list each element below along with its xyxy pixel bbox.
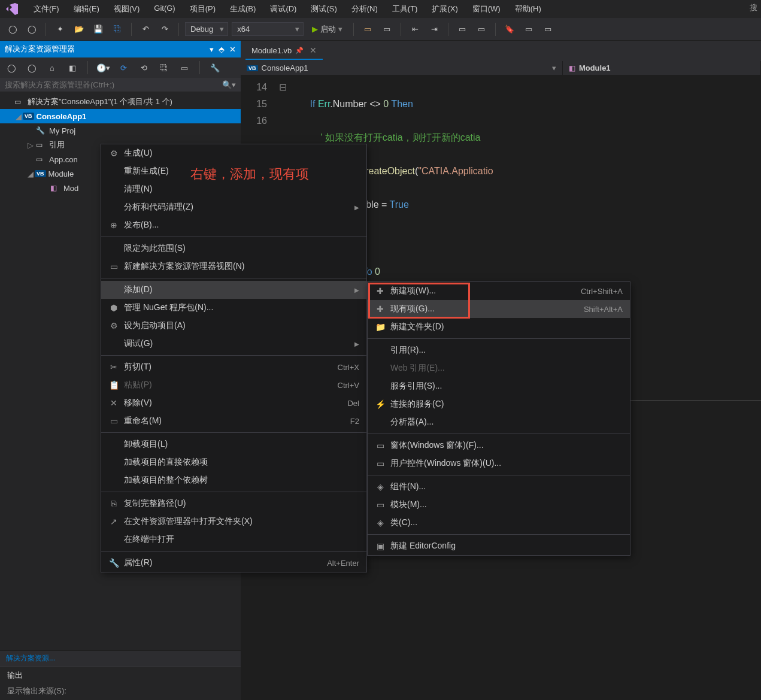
context-menu-item[interactable]: ⚡连接的服务(C): [368, 395, 630, 413]
context-menu-add[interactable]: ✚新建项(W)...Ctrl+Shift+A✚现有项(G)...Shift+Al…: [367, 281, 630, 556]
close-tab-icon[interactable]: ✕: [310, 46, 317, 55]
context-menu-item[interactable]: ▭新建解决方案资源管理器视图(N): [101, 257, 366, 275]
menu-item[interactable]: 生成(B): [228, 2, 258, 16]
context-menu-main[interactable]: ⚙生成(U)重新生成(E)清理(N)分析和代码清理(Z)▶⊕发布(B)...限定…: [101, 144, 367, 572]
output-source-label: 显示输出来源(S):: [7, 686, 66, 695]
context-menu-item[interactable]: ▣新建 EditorConfig: [368, 537, 630, 555]
menu-label: 模块(M)...: [390, 499, 623, 510]
menu-item[interactable]: 视图(V): [111, 2, 142, 16]
context-menu-item[interactable]: ⊕发布(B)...: [101, 216, 366, 234]
menu-item[interactable]: 扩展(X): [429, 2, 460, 16]
tool-button-8[interactable]: ▭: [540, 22, 556, 37]
saveall-button[interactable]: ⿻: [110, 22, 125, 37]
tool-button-2[interactable]: ▭: [379, 22, 395, 37]
dropdown-icon[interactable]: ▾: [210, 45, 214, 54]
context-menu-item[interactable]: 📁新建文件夹(D): [368, 318, 630, 336]
menu-item[interactable]: 项目(P): [187, 2, 218, 16]
collapse-icon[interactable]: ⿻: [156, 60, 172, 75]
close-icon[interactable]: ✕: [229, 45, 236, 54]
bookmark-button[interactable]: 🔖: [502, 22, 517, 37]
menu-icon: ✂: [107, 362, 120, 372]
redo-button[interactable]: ↷: [157, 22, 172, 37]
context-menu-item[interactable]: 加载项目的直接依赖项: [101, 453, 366, 471]
switch-icon[interactable]: ◧: [65, 60, 80, 75]
tool-button-7[interactable]: ▭: [521, 22, 536, 37]
context-menu-item[interactable]: 调试(G)▶: [101, 335, 366, 353]
solution-tab[interactable]: 解决方案资源...: [0, 651, 61, 666]
context-menu-item[interactable]: 在终端中打开: [101, 531, 366, 549]
menu-item[interactable]: 编辑(E): [71, 2, 102, 16]
context-menu-item[interactable]: ▭重命名(M)F2: [101, 412, 366, 430]
myproject-node[interactable]: 🔧 My Proj: [0, 123, 241, 138]
context-menu-item[interactable]: 服务引用(S)...: [368, 377, 630, 395]
open-button[interactable]: 📂: [71, 22, 87, 37]
menu-item[interactable]: 工具(T): [390, 2, 420, 16]
context-menu-item[interactable]: 重新生成(E): [101, 162, 366, 180]
menu-item[interactable]: 调试(D): [268, 2, 299, 16]
context-menu-item[interactable]: ✚新建项(W)...Ctrl+Shift+A: [368, 282, 630, 300]
context-menu-item[interactable]: 🔧属性(R)Alt+Enter: [101, 554, 366, 572]
project-node[interactable]: ◢VB ConsoleApp1: [0, 109, 241, 123]
menu-item[interactable]: Git(G): [151, 2, 177, 16]
properties-icon[interactable]: 🔧: [207, 60, 223, 75]
context-menu-item[interactable]: ↗在文件资源管理器中打开文件夹(X): [101, 513, 366, 531]
context-menu-item[interactable]: ⬢管理 NuGet 程序包(N)...: [101, 299, 366, 317]
back-button[interactable]: ◯: [5, 22, 20, 37]
save-button[interactable]: 💾: [90, 22, 106, 37]
refresh-icon[interactable]: ⟳: [116, 60, 131, 75]
menu-item[interactable]: 文件(F): [31, 2, 62, 16]
context-menu-item[interactable]: 卸载项目(L): [101, 435, 366, 453]
menu-label: 限定为此范围(S): [124, 243, 359, 254]
tool-button-6[interactable]: ▭: [474, 22, 489, 37]
search-corner[interactable]: 搜: [750, 2, 757, 13]
context-menu-item[interactable]: 限定为此范围(S): [101, 240, 366, 257]
context-menu-item[interactable]: ⚙生成(U): [101, 144, 366, 162]
tool-button-4[interactable]: ⇥: [426, 22, 442, 37]
pin-icon[interactable]: 📌: [295, 47, 304, 54]
tool-button-3[interactable]: ⇤: [407, 22, 423, 37]
menu-item[interactable]: 帮助(H): [513, 2, 544, 16]
showall-icon[interactable]: ▭: [177, 60, 192, 75]
tool-button-5[interactable]: ▭: [454, 22, 470, 37]
undo-button[interactable]: ↶: [138, 22, 153, 37]
context-menu-item[interactable]: 分析和代码清理(Z)▶: [101, 198, 366, 216]
context-menu-item[interactable]: ⚙设为启动项目(A): [101, 317, 366, 335]
context-menu-item[interactable]: ✂剪切(T)Ctrl+X: [101, 358, 366, 376]
history-icon[interactable]: 🕐▾: [95, 60, 111, 75]
platform-dropdown[interactable]: x64: [232, 22, 304, 36]
context-menu-item[interactable]: 引用(R)...: [368, 341, 630, 359]
forward-icon[interactable]: ◯: [24, 60, 40, 75]
panel-searchbar[interactable]: 🔍▾: [0, 78, 241, 92]
context-menu-item[interactable]: ▭窗体(Windows 窗体)(F)...: [368, 437, 630, 454]
file-tab[interactable]: Module1.vb 📌 ✕: [245, 42, 323, 60]
back-icon[interactable]: ◯: [4, 60, 19, 75]
new-button[interactable]: ✦: [52, 22, 68, 37]
context-menu-item[interactable]: 分析器(A)...: [368, 413, 630, 431]
menu-item[interactable]: 窗口(W): [470, 2, 503, 16]
menu-item[interactable]: 分析(N): [349, 2, 380, 16]
config-dropdown[interactable]: Debug: [185, 22, 228, 36]
menu-item[interactable]: 测试(S): [308, 2, 339, 16]
forward-button[interactable]: ◯: [24, 22, 40, 37]
start-button[interactable]: ▶ 启动 ▾: [307, 22, 347, 37]
search-icon[interactable]: 🔍▾: [222, 80, 236, 89]
context-menu-item[interactable]: ✚现有项(G)...Shift+Alt+A: [368, 300, 630, 318]
wrench-icon: 🔧: [36, 126, 47, 135]
nav-module[interactable]: ◧ Module1: [563, 61, 761, 75]
context-menu-item[interactable]: ⎘复制完整路径(U): [101, 495, 366, 513]
context-menu-item[interactable]: 加载项目的整个依赖树: [101, 471, 366, 489]
context-menu-item[interactable]: 清理(N): [101, 180, 366, 198]
context-menu-item[interactable]: ◈组件(N)...: [368, 478, 630, 496]
sync-icon[interactable]: ⟲: [136, 60, 151, 75]
tool-button-1[interactable]: ▭: [360, 22, 375, 37]
pin-icon[interactable]: ⬘: [219, 45, 225, 54]
context-menu-item[interactable]: 添加(D)▶: [101, 281, 366, 299]
search-input[interactable]: [5, 80, 222, 89]
context-menu-item[interactable]: ▭用户控件(Windows 窗体)(U)...: [368, 454, 630, 472]
context-menu-item[interactable]: ▭模块(M)...: [368, 496, 630, 514]
home-icon[interactable]: ⌂: [44, 60, 60, 75]
context-menu-item[interactable]: ✕移除(V)Del: [101, 394, 366, 412]
context-menu-item[interactable]: ◈类(C)...: [368, 514, 630, 532]
solution-root[interactable]: ▭ 解决方案"ConsoleApp1"(1 个项目/共 1 个): [0, 95, 241, 109]
nav-project[interactable]: VB ConsoleApp1 ▾: [241, 61, 563, 75]
